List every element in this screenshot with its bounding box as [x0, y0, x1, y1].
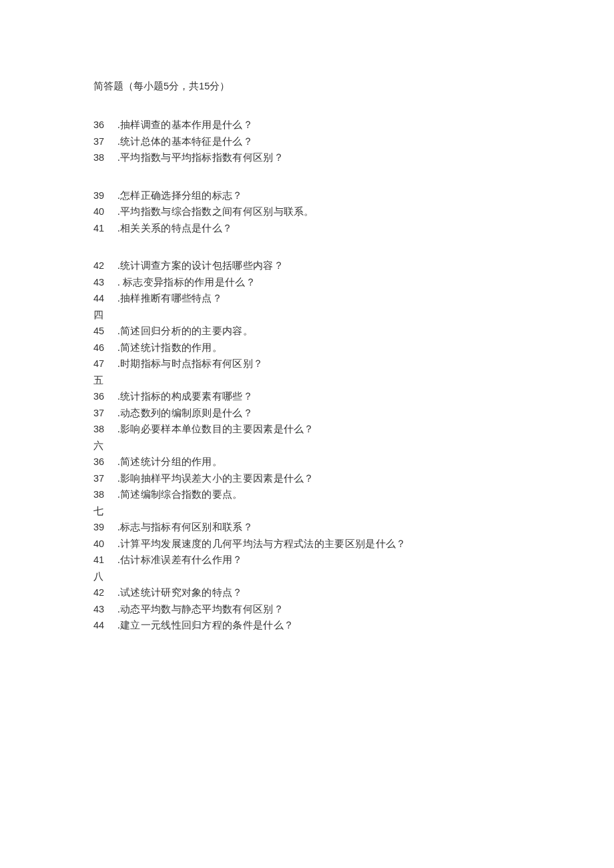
question-number: 40 [93, 203, 117, 220]
question-group: 四45.简述回归分析的的主要内容。46.简述统计指数的作用。47.时期指标与时点… [93, 307, 614, 372]
instruction-points-total: 15 [199, 81, 210, 91]
question-number: 46 [93, 340, 117, 356]
question-line: 46.简述统计指数的作用。 [93, 340, 614, 356]
question-text: .动态平均数与静态平均数有何区别？ [117, 601, 284, 618]
question-text: .怎样正确选择分组的标志？ [117, 187, 243, 204]
question-number: 45 [93, 323, 117, 340]
question-line: 37.影响抽样平均误差大小的主要因素是什么？ [93, 470, 614, 487]
question-text: .简述编制综合指数的要点。 [117, 486, 243, 503]
question-line: 38.简述编制综合指数的要点。 [93, 486, 614, 503]
group-label: 四 [93, 307, 614, 324]
question-line: 36.抽样调查的基本作用是什么？ [93, 117, 614, 133]
question-line: 36.统计指标的构成要素有哪些？ [93, 388, 614, 405]
question-line: 42.试述统计研究对象的特点？ [93, 584, 614, 601]
question-number: 37 [93, 470, 117, 487]
question-text: .简述统计指数的作用。 [117, 340, 222, 356]
question-number: 37 [93, 405, 117, 422]
question-text: .时期指标与时点指标有何区别？ [117, 356, 263, 372]
question-line: 45.简述回归分析的的主要内容。 [93, 323, 614, 340]
question-line: 47.时期指标与时点指标有何区别？ [93, 356, 614, 372]
question-line: 40.平均指数与综合指数之间有何区别与联系。 [93, 203, 614, 220]
question-number: 36 [93, 117, 117, 133]
question-line: 41.估计标准误差有什么作用？ [93, 552, 614, 568]
question-number: 36 [93, 454, 117, 470]
question-text: .抽样调查的基本作用是什么？ [117, 117, 253, 133]
question-group: 五36.统计指标的构成要素有哪些？37.动态数列的编制原则是什么？38.影响必要… [93, 372, 614, 438]
question-text: .标志与指标有何区别和联系？ [117, 519, 253, 536]
question-text: .统计指标的构成要素有哪些？ [117, 388, 253, 405]
question-number: 39 [93, 187, 117, 204]
question-number: 44 [93, 290, 117, 307]
question-number: 43 [93, 601, 117, 618]
question-text: .影响必要样本单位数目的主要因素是什么？ [117, 421, 314, 438]
question-line: 36.简述统计分组的作用。 [93, 454, 614, 470]
question-text: .计算平均发展速度的几何平均法与方程式法的主要区别是什么？ [117, 536, 406, 552]
question-text: .统计调查方案的设计包括哪些内容？ [117, 258, 284, 274]
question-line: 38.平均指数与平均指标指数有何区别？ [93, 149, 614, 166]
group-label: 六 [93, 438, 614, 454]
question-number: 39 [93, 519, 117, 536]
question-text: .简述统计分组的作用。 [117, 454, 222, 470]
question-number: 42 [93, 258, 117, 274]
question-text: .统计总体的基本特征是什么？ [117, 133, 253, 150]
question-group: 39.怎样正确选择分组的标志？40.平均指数与综合指数之间有何区别与联系。41.… [93, 187, 614, 237]
question-text: .动态数列的编制原则是什么？ [117, 405, 253, 422]
question-number: 41 [93, 552, 117, 568]
instruction-mid: 分，共 [169, 81, 199, 91]
instruction-suffix: 分） [210, 81, 230, 91]
question-group: 42.统计调查方案的设计包括哪些内容？43. 标志变异指标的作用是什么？44.抽… [93, 258, 614, 307]
question-line: 44.抽样推断有哪些特点？ [93, 290, 614, 307]
question-text: . 标志变异指标的作用是什么？ [117, 274, 256, 291]
question-text: .建立一元线性回归方程的条件是什么？ [117, 617, 294, 634]
question-group: 六36.简述统计分组的作用。37.影响抽样平均误差大小的主要因素是什么？38.简… [93, 438, 614, 503]
question-groups: 36.抽样调查的基本作用是什么？37.统计总体的基本特征是什么？38.平均指数与… [93, 117, 614, 634]
question-number: 43 [93, 274, 117, 291]
question-text: .相关关系的特点是什么？ [117, 220, 232, 237]
question-line: 44.建立一元线性回归方程的条件是什么？ [93, 617, 614, 634]
question-text: .简述回归分析的的主要内容。 [117, 323, 253, 340]
question-text: .平均指数与平均指标指数有何区别？ [117, 149, 284, 166]
question-line: 39.标志与指标有何区别和联系？ [93, 519, 614, 536]
question-text: .估计标准误差有什么作用？ [117, 552, 243, 568]
question-number: 36 [93, 388, 117, 405]
question-group: 七39.标志与指标有何区别和联系？40.计算平均发展速度的几何平均法与方程式法的… [93, 503, 614, 568]
question-text: .抽样推断有哪些特点？ [117, 290, 222, 307]
question-line: 37.统计总体的基本特征是什么？ [93, 133, 614, 150]
question-line: 42.统计调查方案的设计包括哪些内容？ [93, 258, 614, 274]
question-text: .影响抽样平均误差大小的主要因素是什么？ [117, 470, 314, 487]
section-instruction: 简答题（每小题5分，共15分） [93, 80, 614, 93]
question-line: 37.动态数列的编制原则是什么？ [93, 405, 614, 422]
question-group: 八42.试述统计研究对象的特点？43.动态平均数与静态平均数有何区别？44.建立… [93, 568, 614, 634]
instruction-points-per: 5 [164, 81, 169, 91]
question-number: 38 [93, 421, 117, 438]
group-label: 五 [93, 372, 614, 389]
question-number: 38 [93, 486, 117, 503]
question-number: 40 [93, 536, 117, 552]
question-number: 37 [93, 133, 117, 150]
question-line: 43.动态平均数与静态平均数有何区别？ [93, 601, 614, 618]
question-number: 44 [93, 617, 117, 634]
question-line: 39.怎样正确选择分组的标志？ [93, 187, 614, 204]
question-group: 36.抽样调查的基本作用是什么？37.统计总体的基本特征是什么？38.平均指数与… [93, 117, 614, 166]
question-line: 43. 标志变异指标的作用是什么？ [93, 274, 614, 291]
question-number: 38 [93, 149, 117, 166]
group-label: 七 [93, 503, 614, 520]
question-number: 41 [93, 220, 117, 237]
question-number: 47 [93, 356, 117, 372]
question-number: 42 [93, 584, 117, 601]
question-text: .试述统计研究对象的特点？ [117, 584, 243, 601]
group-label: 八 [93, 568, 614, 585]
question-text: .平均指数与综合指数之间有何区别与联系。 [117, 203, 314, 220]
instruction-prefix: 简答题（每小题 [93, 81, 164, 91]
question-line: 38.影响必要样本单位数目的主要因素是什么？ [93, 421, 614, 438]
question-line: 41.相关关系的特点是什么？ [93, 220, 614, 237]
question-line: 40.计算平均发展速度的几何平均法与方程式法的主要区别是什么？ [93, 536, 614, 552]
